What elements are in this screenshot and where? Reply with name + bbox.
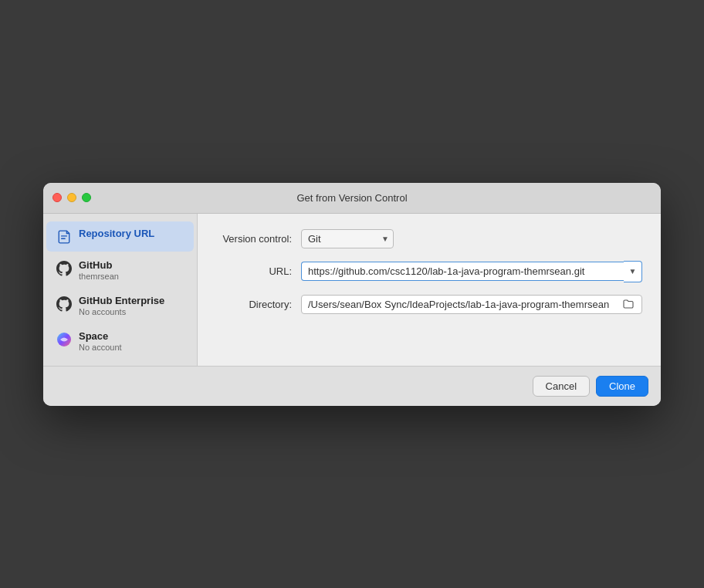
maximize-button[interactable] — [82, 193, 91, 202]
version-control-select-wrapper[interactable]: Git Mercurial Subversion ▼ — [301, 229, 394, 248]
sidebar-item-space-text: Space No account — [79, 330, 122, 352]
directory-value: /Users/sean/Box Sync/IdeaProjects/lab-1a… — [308, 299, 621, 310]
directory-label: Directory: — [216, 299, 301, 310]
url-dropdown-arrow-icon: ▼ — [629, 267, 637, 275]
clone-button[interactable]: Clone — [596, 376, 648, 397]
url-input-group: ▼ — [301, 261, 642, 282]
titlebar: Get from Version Control — [43, 183, 661, 214]
version-control-control: Git Mercurial Subversion ▼ — [301, 229, 642, 248]
main-content: Version control: Git Mercurial Subversio… — [198, 214, 661, 366]
traffic-lights — [52, 193, 91, 202]
close-button[interactable] — [52, 193, 62, 202]
sidebar-item-repo-label: Repository URL — [79, 228, 154, 239]
sidebar-item-repo-text: Repository URL — [79, 228, 154, 239]
url-dropdown-button[interactable]: ▼ — [624, 261, 642, 282]
github-icon — [56, 260, 73, 277]
github-enterprise-icon — [56, 296, 73, 313]
sidebar-item-github-label: GitHub — [79, 259, 119, 271]
folder-icon — [623, 299, 634, 309]
sidebar-item-github-text: GitHub themrsean — [79, 259, 119, 281]
directory-browse-button[interactable] — [621, 299, 635, 309]
sidebar-item-enterprise-sub: No accounts — [79, 307, 164, 316]
sidebar-item-github[interactable]: GitHub themrsean — [46, 253, 194, 287]
version-control-row: Version control: Git Mercurial Subversio… — [216, 229, 642, 248]
window-body: Repository URL GitHub themrsean — [43, 214, 661, 366]
directory-row: Directory: /Users/sean/Box Sync/IdeaProj… — [216, 295, 642, 314]
sidebar-item-github-sub: themrsean — [79, 272, 119, 281]
directory-input-wrapper: /Users/sean/Box Sync/IdeaProjects/lab-1a… — [301, 295, 642, 314]
url-label: URL: — [216, 265, 301, 277]
minimize-button[interactable] — [67, 193, 76, 202]
sidebar: Repository URL GitHub themrsean — [43, 214, 198, 366]
cancel-button[interactable]: Cancel — [533, 376, 590, 397]
url-input[interactable] — [301, 262, 624, 281]
window-title: Get from Version Control — [296, 192, 407, 204]
version-control-label: Version control: — [216, 233, 301, 245]
sidebar-item-space-label: Space — [79, 330, 122, 342]
url-row: URL: ▼ — [216, 261, 642, 282]
sidebar-item-enterprise-label: GitHub Enterprise — [79, 295, 164, 306]
sidebar-item-space-sub: No account — [79, 343, 122, 352]
repo-icon — [56, 228, 73, 245]
main-window: Get from Version Control Repository URL — [43, 183, 661, 406]
sidebar-item-github-enterprise[interactable]: GitHub Enterprise No accounts — [46, 289, 194, 323]
sidebar-item-space[interactable]: Space No account — [46, 324, 194, 358]
footer: Cancel Clone — [43, 366, 661, 406]
sidebar-item-repository-url[interactable]: Repository URL — [46, 221, 194, 252]
space-icon — [56, 331, 73, 348]
sidebar-item-enterprise-text: GitHub Enterprise No accounts — [79, 295, 164, 316]
version-control-select[interactable]: Git Mercurial Subversion — [301, 229, 394, 248]
